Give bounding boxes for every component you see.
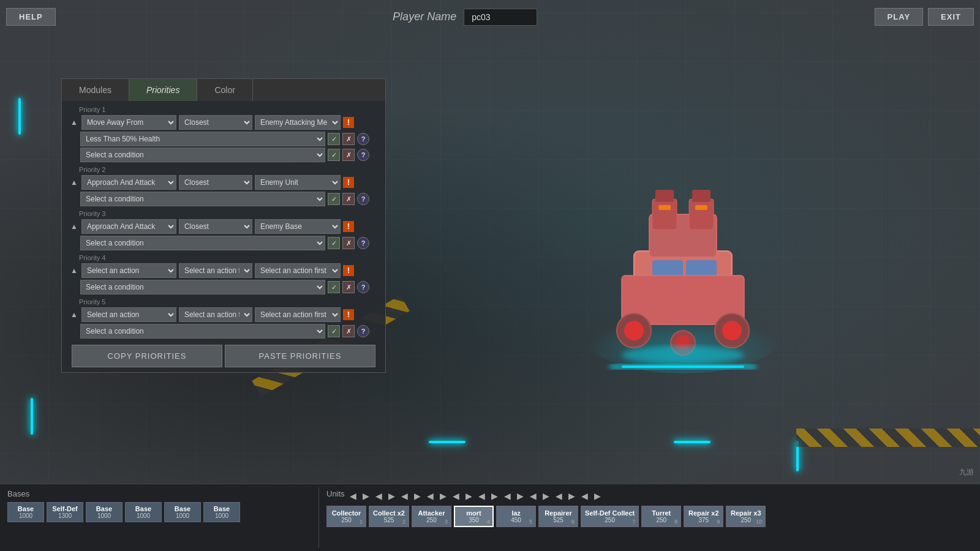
unit-card-mort[interactable]: mort 350 4	[454, 506, 494, 527]
base-card-1[interactable]: Base 1000	[7, 502, 44, 522]
priority-1-exclaim[interactable]: !	[343, 117, 354, 128]
units-nav-prev-3[interactable]: ◀	[400, 491, 409, 501]
priority-2-condition[interactable]: Select a condition	[80, 192, 325, 206]
priority-2-x[interactable]: ✗	[342, 193, 355, 205]
base-card-4[interactable]: Base 1000	[125, 502, 162, 522]
priority-3-x[interactable]: ✗	[342, 237, 355, 249]
units-nav-next-8[interactable]: ▶	[541, 491, 551, 501]
units-title: Units	[326, 489, 345, 498]
units-nav-next-9[interactable]: ▶	[567, 491, 576, 501]
units-nav-prev-10[interactable]: ◀	[580, 491, 589, 501]
priority-5-target[interactable]: Select an action first	[179, 307, 252, 322]
priority-5-help[interactable]: ?	[357, 325, 369, 337]
base-card-3[interactable]: Base 1000	[86, 502, 123, 522]
player-name-input[interactable]	[464, 9, 537, 26]
units-nav-next-10[interactable]: ▶	[593, 491, 602, 501]
units-nav-next-3[interactable]: ▶	[413, 491, 422, 501]
priority-3-target2[interactable]: Enemy Base Enemy Unit Enemy Attacking Me	[255, 219, 341, 234]
priority-5-condition[interactable]: Select a condition	[80, 324, 325, 339]
tab-color[interactable]: Color	[197, 79, 252, 101]
priority-3-exclaim[interactable]: !	[343, 221, 354, 232]
copy-priorities-button[interactable]: COPY PRIORITIES	[72, 345, 222, 367]
exit-button[interactable]: EXIT	[928, 8, 974, 26]
units-nav-prev-4[interactable]: ◀	[426, 491, 435, 501]
units-nav-next-6[interactable]: ▶	[490, 491, 499, 501]
priority-4-exclaim[interactable]: !	[343, 265, 354, 276]
priority-5-target2[interactable]: Select an action first	[255, 307, 341, 322]
unit-card-turret[interactable]: Turret 250 8	[641, 506, 681, 527]
base-card-6[interactable]: Base 1000	[203, 502, 240, 522]
base-card-2[interactable]: Self-Def 1300	[47, 502, 83, 522]
priority-5-x[interactable]: ✗	[342, 325, 355, 337]
priority-2-target2[interactable]: Enemy Unit Enemy Base Enemy Attacking Me	[255, 175, 341, 190]
units-nav-prev-9[interactable]: ◀	[554, 491, 564, 501]
units-nav-prev-7[interactable]: ◀	[503, 491, 512, 501]
priority-4-up[interactable]: ▲	[69, 267, 79, 274]
priority-5-check[interactable]: ✓	[328, 325, 340, 337]
priority-5-exclaim[interactable]: !	[343, 309, 354, 320]
priority-1-target2[interactable]: Enemy Attacking Me Enemy Unit Enemy Base	[255, 115, 341, 130]
robot-area	[398, 80, 980, 484]
priority-2-exclaim[interactable]: !	[343, 177, 354, 188]
units-nav-prev-8[interactable]: ◀	[529, 491, 538, 501]
units-nav-next-2[interactable]: ▶	[387, 491, 396, 501]
priority-5-action[interactable]: Select an action Move Away From Approach…	[81, 307, 176, 322]
priority-2-up[interactable]: ▲	[69, 179, 79, 186]
priority-4-target2[interactable]: Select an action first	[255, 263, 341, 278]
unit-card-repairer[interactable]: Repairer 525 6	[538, 506, 578, 527]
priority-2-check[interactable]: ✓	[328, 193, 340, 205]
priority-1-condition2-check[interactable]: ✓	[328, 149, 340, 161]
units-nav-prev-1[interactable]: ◀	[349, 491, 358, 501]
priority-1-condition2-x[interactable]: ✗	[342, 149, 355, 161]
units-nav-prev-5[interactable]: ◀	[451, 491, 461, 501]
help-button[interactable]: HELP	[6, 8, 56, 26]
header: HELP Player Name PLAY EXIT	[0, 0, 980, 34]
priority-1-target[interactable]: Closest Farthest	[179, 115, 252, 130]
units-nav-next-1[interactable]: ▶	[361, 491, 371, 501]
priority-1-up[interactable]: ▲	[69, 119, 79, 126]
unit-card-repair-x2[interactable]: Repair x2 375 9	[684, 506, 723, 527]
paste-priorities-button[interactable]: PASTE PRIORITIES	[225, 345, 375, 367]
unit-card-attacker[interactable]: Attacker 250 3	[412, 506, 451, 527]
priority-3-condition[interactable]: Select a condition	[80, 236, 325, 250]
priority-3-check[interactable]: ✓	[328, 237, 340, 249]
unit-card-self-def-collect[interactable]: Self-Def Collect 250 7	[581, 506, 639, 527]
priority-2-help[interactable]: ?	[357, 193, 369, 205]
unit-card-collector[interactable]: Collector 250 1	[326, 506, 366, 527]
priority-4-check[interactable]: ✓	[328, 281, 340, 293]
priority-1-condition1[interactable]: Less Than 50% Health Select a condition	[80, 132, 325, 146]
priority-3-action[interactable]: Approach And Attack Move Away From Selec…	[81, 219, 176, 234]
priority-1-action[interactable]: Move Away From Approach And Attack Selec…	[81, 115, 176, 130]
base-2-value: 1300	[51, 512, 79, 519]
priority-1-condition1-help[interactable]: ?	[357, 133, 369, 145]
priority-2-target[interactable]: Closest Farthest	[179, 175, 252, 190]
priority-5-row: ▲ Select an action Move Away From Approa…	[69, 307, 378, 322]
priority-4-condition[interactable]: Select a condition	[80, 280, 325, 294]
unit-card-collect-x2[interactable]: Collect x2 525 2	[369, 506, 409, 527]
priority-4-target[interactable]: Select an action first	[179, 263, 252, 278]
priority-3-up[interactable]: ▲	[69, 223, 79, 230]
units-nav-next-7[interactable]: ▶	[516, 491, 525, 501]
units-nav-prev-2[interactable]: ◀	[374, 491, 383, 501]
priority-1-condition1-x[interactable]: ✗	[342, 133, 355, 145]
priority-1-condition1-check[interactable]: ✓	[328, 133, 340, 145]
unit-card-repair-x3[interactable]: Repair x3 250 10	[726, 506, 766, 527]
priority-4-action[interactable]: Select an action Move Away From Approach…	[81, 263, 176, 278]
priority-1-condition2[interactable]: Select a condition	[80, 148, 325, 162]
units-nav-prev-6[interactable]: ◀	[477, 491, 486, 501]
tab-modules[interactable]: Modules	[62, 79, 129, 101]
priority-3-help[interactable]: ?	[357, 237, 369, 249]
priority-3-target[interactable]: Closest Farthest	[179, 219, 252, 234]
tab-priorities[interactable]: Priorities	[129, 79, 197, 101]
priority-4-help[interactable]: ?	[357, 281, 369, 293]
unit-card-laz[interactable]: laz 450 5	[496, 506, 536, 527]
base-card-5[interactable]: Base 1000	[164, 502, 201, 522]
units-nav-next-5[interactable]: ▶	[464, 491, 473, 501]
priority-5-up[interactable]: ▲	[69, 311, 79, 318]
play-button[interactable]: PLAY	[875, 8, 923, 26]
robot-svg	[560, 153, 805, 386]
units-nav-next-4[interactable]: ▶	[439, 491, 448, 501]
priority-1-condition2-help[interactable]: ?	[357, 149, 369, 161]
priority-4-x[interactable]: ✗	[342, 281, 355, 293]
priority-2-action[interactable]: Approach And Attack Move Away From Selec…	[81, 175, 176, 190]
